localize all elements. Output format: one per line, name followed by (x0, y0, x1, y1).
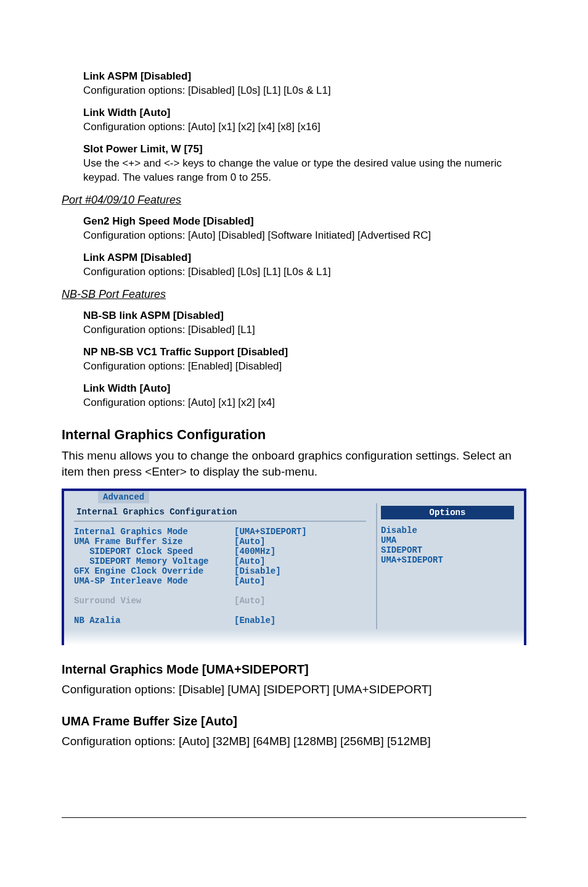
bios-setting-row[interactable]: SIDEPORT Memory Voltage[Auto] (74, 556, 366, 566)
bios-setting-label: UMA-SP Interleave Mode (74, 576, 234, 586)
bios-setting-value: [UMA+SIDEPORT] (234, 527, 307, 537)
bios-option-item[interactable]: Disable (381, 526, 514, 535)
igm-heading: Internal Graphics Mode [UMA+SIDEPORT] (62, 662, 526, 677)
bios-setting-label: SIDEPORT Clock Speed (74, 547, 234, 556)
igm-body: Configuration options: [Disable] [UMA] [… (62, 682, 526, 698)
bios-option-item[interactable]: UMA (381, 535, 514, 545)
bios-right-panel: Options DisableUMASIDEPORTUMA+SIDEPORT (376, 503, 518, 629)
slot-power-heading: Slot Power Limit, W [75] (83, 143, 526, 155)
bios-setting-value: [Auto] (234, 596, 265, 606)
bios-setting-value: [Auto] (234, 556, 265, 566)
gen2-body: Configuration options: [Auto] [Disabled]… (83, 229, 526, 243)
bios-setting-label: Surround View (74, 596, 234, 606)
link-width-1-body: Configuration options: [Auto] [x1] [x2] … (83, 120, 526, 134)
bios-panel-title: Internal Graphics Configuration (74, 503, 366, 522)
nbsb-linkwidth-body: Configuration options: [Auto] [x1] [x2] … (83, 396, 526, 410)
bios-setting-value: [Disable] (234, 566, 281, 576)
bios-setting-value: [Auto] (234, 537, 265, 547)
nbsb-title: NB-SB Port Features (62, 288, 526, 301)
bios-tab-advanced[interactable]: Advanced (98, 491, 149, 503)
bios-setting-label: Internal Graphics Mode (74, 527, 234, 537)
nbsb-linkaspm-heading: NB-SB link ASPM [Disabled] (83, 310, 526, 322)
bios-option-item[interactable]: UMA+SIDEPORT (381, 555, 514, 565)
bios-setting-label: UMA Frame Buffer Size (74, 537, 234, 547)
link-aspm-1-body: Configuration options: [Disabled] [L0s] … (83, 84, 526, 98)
bios-options-header: Options (381, 506, 514, 519)
bios-setting-row (74, 606, 366, 616)
link-aspm-1-heading: Link ASPM [Disabled] (83, 70, 526, 83)
bios-setting-row[interactable]: NB Azalia[Enable] (74, 616, 366, 625)
igc-paragraph: This menu allows you to change the onboa… (62, 448, 526, 479)
bios-setting-label: GFX Engine Clock Override (74, 566, 234, 576)
bios-box: Advanced Internal Graphics Configuration… (62, 489, 526, 645)
bios-setting-label: NB Azalia (74, 616, 234, 625)
bios-setting-row[interactable]: SIDEPORT Clock Speed[400MHz] (74, 547, 366, 556)
bios-setting-value: [Enable] (234, 616, 276, 625)
uma-body: Configuration options: [Auto] [32MB] [64… (62, 733, 526, 749)
nbsb-traffic-body: Configuration options: [Enabled] [Disabl… (83, 360, 526, 374)
nbsb-linkwidth-heading: Link Width [Auto] (83, 382, 526, 395)
nbsb-traffic-heading: NP NB-SB VC1 Traffic Support [Disabled] (83, 346, 526, 358)
igc-heading: Internal Graphics Configuration (62, 427, 526, 443)
slot-power-body: Use the <+> and <-> keys to change the v… (83, 157, 526, 185)
bios-setting-value: [400MHz] (234, 547, 276, 556)
bios-setting-label: SIDEPORT Memory Voltage (74, 556, 234, 566)
port-linkaspm-heading: Link ASPM [Disabled] (83, 252, 526, 264)
bios-setting-row[interactable]: Internal Graphics Mode[UMA+SIDEPORT] (74, 527, 366, 537)
port-linkaspm-body: Configuration options: [Disabled] [L0s] … (83, 265, 526, 279)
link-width-1-heading: Link Width [Auto] (83, 107, 526, 119)
bios-fade (64, 629, 524, 645)
bios-setting-row[interactable]: UMA Frame Buffer Size[Auto] (74, 537, 366, 547)
bios-left-panel: Internal Graphics Configuration Internal… (70, 503, 370, 629)
bios-option-item[interactable]: SIDEPORT (381, 545, 514, 555)
port-features-title: Port #04/09/10 Features (62, 194, 526, 207)
bios-setting-value: [Auto] (234, 576, 265, 586)
bios-setting-row[interactable]: GFX Engine Clock Override[Disable] (74, 566, 366, 576)
bios-setting-row (74, 586, 366, 596)
bios-setting-row[interactable]: UMA-SP Interleave Mode[Auto] (74, 576, 366, 586)
gen2-heading: Gen2 High Speed Mode [Disabled] (83, 215, 526, 228)
uma-heading: UMA Frame Buffer Size [Auto] (62, 714, 526, 728)
bios-setting-row[interactable]: Surround View[Auto] (74, 596, 366, 606)
nbsb-linkaspm-body: Configuration options: [Disabled] [L1] (83, 323, 526, 337)
